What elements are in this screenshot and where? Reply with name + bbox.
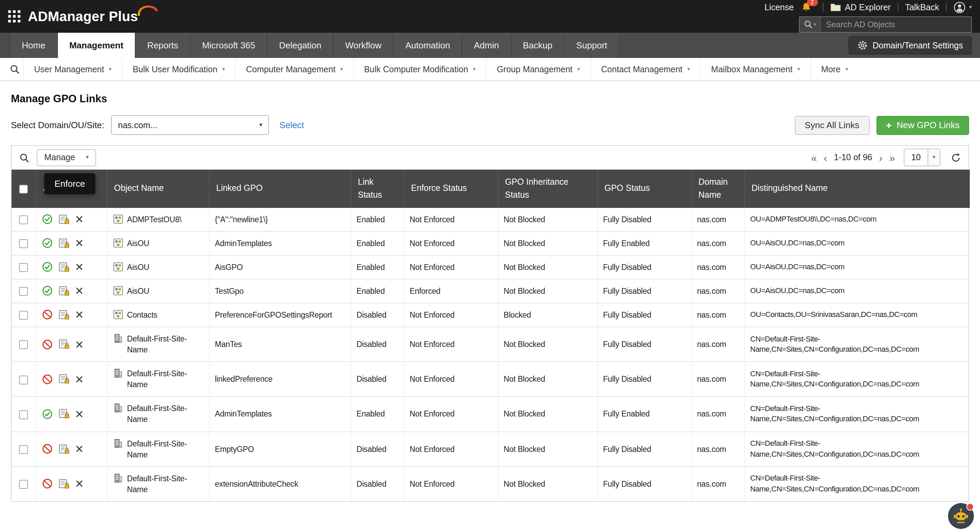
row-checkbox[interactable] (19, 410, 28, 419)
link-status-icon[interactable] (42, 310, 52, 320)
link-status-icon[interactable] (42, 339, 52, 349)
tab-admin[interactable]: Admin (462, 33, 511, 58)
site-icon (113, 438, 123, 448)
enforce-link-icon[interactable] (58, 443, 69, 454)
delete-link-icon[interactable] (75, 287, 83, 295)
delete-link-icon[interactable] (75, 410, 83, 418)
user-menu-button[interactable]: ▾ (953, 1, 972, 13)
enforce-link-icon[interactable] (58, 409, 69, 419)
enforce-link-icon[interactable] (58, 214, 69, 225)
enforce-link-icon[interactable] (58, 262, 69, 272)
tab-reports[interactable]: Reports (135, 33, 190, 58)
row-checkbox[interactable] (19, 239, 28, 248)
link-status-icon[interactable] (42, 286, 52, 296)
domain-tenant-settings-button[interactable]: Domain/Tenant Settings (849, 36, 972, 54)
link-status-icon[interactable] (42, 238, 52, 248)
chevron-down-icon: ▾ (109, 67, 112, 72)
enforce-link-icon[interactable] (58, 309, 69, 321)
row-checkbox[interactable] (19, 480, 28, 489)
next-page-button[interactable]: › (879, 152, 883, 163)
tab-automation[interactable]: Automation (394, 33, 462, 58)
gpo-inheritance-status: Not Blocked (498, 397, 597, 432)
tab-home[interactable]: Home (10, 33, 57, 58)
delete-link-icon[interactable] (75, 239, 83, 247)
new-gpo-links-button[interactable]: + New GPO Links (877, 116, 969, 135)
subnav-item-user-management[interactable]: User Management▾ (23, 58, 122, 80)
row-checkbox[interactable] (19, 340, 28, 349)
search-scope-button[interactable]: ▾ (800, 17, 821, 32)
notifications-button[interactable]: 2 (800, 2, 816, 12)
object-name: Default-First-Site-Name (127, 403, 203, 425)
notification-dot (966, 503, 974, 510)
column-header-object-name: Object Name (107, 170, 209, 207)
subnav-item-mailbox-management[interactable]: Mailbox Management▾ (700, 58, 810, 80)
site-icon (113, 473, 123, 483)
enforce-status: Not Enforced (404, 432, 498, 466)
brand-name: ADManager Plus (28, 8, 138, 24)
subnav-item-group-management[interactable]: Group Management▾ (486, 58, 590, 80)
link-status: Disabled (351, 432, 404, 466)
enforce-status: Enforced (404, 279, 498, 303)
app-launcher-icon[interactable] (8, 10, 21, 22)
row-checkbox[interactable] (19, 263, 28, 272)
tab-microsoft-365[interactable]: Microsoft 365 (190, 33, 267, 58)
enforce-link-icon[interactable] (58, 238, 69, 249)
select-all-checkbox[interactable] (19, 184, 28, 193)
talkback-link[interactable]: TalkBack (905, 2, 939, 12)
gpo-inheritance-status: Not Blocked (498, 466, 597, 501)
tab-workflow[interactable]: Workflow (334, 33, 394, 58)
row-checkbox[interactable] (19, 375, 28, 384)
page-size-select[interactable]: 10 ▾ (904, 148, 940, 166)
delete-link-icon[interactable] (75, 215, 83, 223)
link-status-icon[interactable] (42, 214, 52, 224)
prev-page-button[interactable]: ‹ (824, 152, 827, 163)
enforce-link-icon[interactable] (58, 478, 69, 490)
enforce-link-icon[interactable] (58, 374, 69, 385)
select-link[interactable]: Select (280, 120, 304, 130)
enforce-status: Not Enforced (404, 231, 498, 255)
row-checkbox[interactable] (19, 287, 28, 296)
object-name: AisOU (127, 285, 149, 297)
delete-link-icon[interactable] (75, 480, 83, 488)
domain-select[interactable]: nas.com... ▾ (111, 115, 269, 135)
row-checkbox[interactable] (19, 215, 28, 224)
enforce-link-icon[interactable] (58, 285, 69, 297)
tab-delegation[interactable]: Delegation (267, 33, 333, 58)
delete-link-icon[interactable] (75, 263, 83, 271)
table-search-button[interactable] (19, 152, 29, 163)
tab-support[interactable]: Support (565, 33, 619, 58)
subnav-item-contact-management[interactable]: Contact Management▾ (590, 58, 700, 80)
subnav-item-bulk-user-modification[interactable]: Bulk User Modification▾ (122, 58, 235, 80)
ad-search-input[interactable] (821, 19, 971, 29)
row-checkbox[interactable] (19, 311, 28, 320)
site-icon (113, 368, 123, 378)
tab-management[interactable]: Management (57, 33, 135, 58)
subnav-search-button[interactable] (5, 64, 23, 74)
sync-all-links-button[interactable]: Sync All Links (794, 116, 869, 135)
ad-explorer-link[interactable]: AD Explorer (830, 2, 891, 12)
subnav-item-computer-management[interactable]: Computer Management▾ (235, 58, 353, 80)
tab-backup[interactable]: Backup (511, 33, 565, 58)
subnav-item-more[interactable]: More▾ (810, 58, 858, 80)
delete-link-icon[interactable] (75, 376, 83, 383)
subnav-item-label: Mailbox Management (711, 64, 792, 74)
row-checkbox[interactable] (19, 445, 28, 454)
last-page-button[interactable]: » (889, 152, 895, 163)
assistant-button[interactable] (947, 502, 975, 529)
delete-link-icon[interactable] (75, 311, 83, 319)
disabled-block-icon (42, 374, 52, 384)
manage-dropdown[interactable]: Manage ▾ (37, 149, 96, 166)
refresh-button[interactable] (951, 152, 961, 163)
delete-link-icon[interactable] (75, 340, 83, 348)
subnav-item-bulk-computer-modification[interactable]: Bulk Computer Modification▾ (353, 58, 486, 80)
link-status-icon[interactable] (42, 444, 52, 454)
link-status-icon[interactable] (42, 262, 52, 272)
first-page-button[interactable]: « (811, 152, 817, 163)
license-link[interactable]: License (764, 2, 794, 12)
link-status-icon[interactable] (42, 374, 52, 384)
link-status-icon[interactable] (42, 409, 52, 419)
delete-link-icon[interactable] (75, 445, 83, 453)
enforce-link-icon[interactable] (58, 339, 69, 350)
ou-icon (113, 309, 123, 320)
link-status-icon[interactable] (42, 479, 52, 489)
